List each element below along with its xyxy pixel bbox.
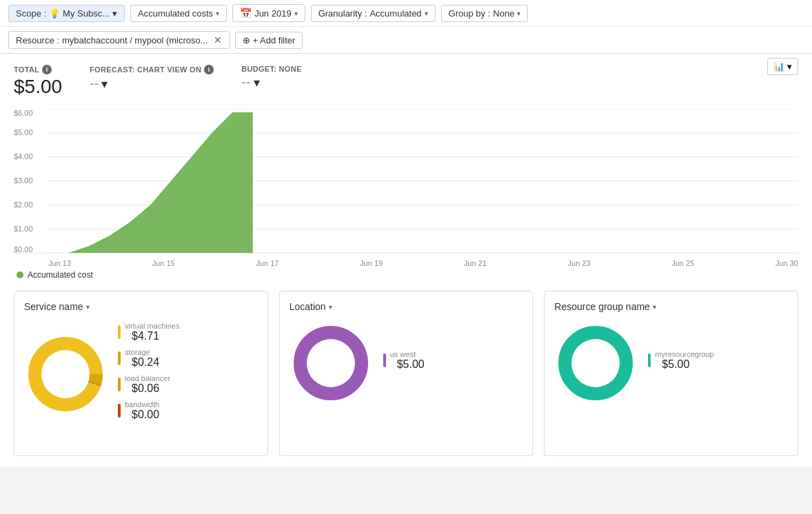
y-axis: $6.00 $5.00 $4.00 $3.00 $2.00 $1.00 $0.0…	[14, 109, 47, 253]
chart-svg	[48, 109, 798, 253]
groupby-label: Group by :	[449, 8, 491, 19]
y-label-4: $4.00	[14, 152, 33, 161]
location-title: Location	[290, 301, 326, 312]
scope-button[interactable]: Scope : 💡 My Subsc... ▾	[8, 5, 125, 22]
service-name-chevron[interactable]: ▾	[86, 303, 90, 311]
uswest-swatch	[383, 353, 386, 367]
scope-chevron: ▾	[112, 8, 117, 19]
cards-row: Service name ▾	[14, 291, 798, 456]
chart-area: $6.00 $5.00 $4.00 $3.00 $2.00 $1.00 $0.0…	[14, 109, 798, 254]
uswest-name: us west	[390, 350, 425, 358]
legend-row: Accumulated cost	[14, 270, 798, 280]
resource-group-body: myresourcegroup $5.00	[554, 322, 788, 404]
budget-summary: BUDGET: NONE -- ▾	[241, 65, 301, 90]
date-value: Jun 2019	[254, 8, 292, 19]
lb-swatch	[118, 378, 121, 391]
forecast-summary: FORECAST: CHART VIEW ON i -- ▾	[90, 65, 214, 92]
legend-label: Accumulated cost	[28, 270, 93, 280]
x-label-jun21: Jun 21	[464, 259, 487, 267]
x-label-jun30: Jun 30	[775, 259, 798, 267]
service-name-donut-svg	[24, 333, 107, 415]
service-name-donut	[24, 333, 107, 415]
granularity-value: Accumulated	[369, 8, 421, 19]
resource-group-chevron[interactable]: ▾	[653, 303, 656, 311]
scope-icon: 💡	[49, 8, 60, 19]
service-name-card: Service name ▾	[14, 291, 268, 456]
accumulated-costs-button[interactable]: Accumulated costs ▾	[130, 5, 227, 22]
add-filter-icon: ⊕	[243, 35, 250, 45]
add-filter-button[interactable]: ⊕ + Add filter	[235, 32, 303, 49]
location-chevron[interactable]: ▾	[329, 303, 332, 311]
date-chevron: ▾	[294, 10, 298, 17]
y-label-0: $0.00	[14, 245, 33, 254]
accumulated-chevron: ▾	[216, 10, 219, 17]
x-label-jun17: Jun 17	[256, 259, 278, 267]
resource-group-card: Resource group name ▾ myresourceg	[544, 291, 798, 456]
granularity-button[interactable]: Granularity : Accumulated ▾	[311, 5, 436, 22]
resource-group-donut-svg	[554, 322, 637, 404]
myrg-swatch	[648, 353, 651, 367]
total-summary: TOTAL i $5.00	[14, 65, 62, 98]
total-label: TOTAL i	[14, 65, 62, 74]
total-info-icon[interactable]: i	[42, 65, 52, 74]
lb-name: load balancer	[125, 374, 170, 382]
resource-group-header: Resource group name ▾	[554, 301, 788, 312]
location-donut	[290, 322, 372, 404]
storage-swatch	[118, 351, 121, 365]
forecast-chevron: ▾	[101, 76, 108, 92]
y-label-2: $2.00	[14, 201, 33, 209]
service-name-legend: virtual machines $4.71 storage $0.24	[118, 322, 258, 426]
vm-name: virtual machines	[125, 322, 179, 330]
myrg-name: myresourcegroup	[655, 350, 714, 358]
y-label-5: $5.00	[14, 128, 33, 136]
budget-label: BUDGET: NONE	[241, 65, 301, 73]
svg-point-14	[307, 339, 355, 387]
y-label-1: $1.00	[14, 225, 33, 233]
groupby-button[interactable]: Group by : None ▾	[441, 5, 529, 22]
location-donut-svg	[290, 322, 372, 404]
vm-value: $4.71	[132, 330, 179, 342]
export-button[interactable]: 📊 ▾	[767, 58, 798, 75]
x-label-jun19: Jun 19	[360, 259, 383, 267]
granularity-label: Granularity :	[318, 8, 367, 19]
export-icon: 📊	[773, 61, 784, 72]
legend-item-bw: bandwidth $0.00	[118, 400, 258, 421]
storage-name: storage	[125, 348, 159, 356]
groupby-chevron: ▾	[517, 10, 520, 17]
top-bar: Scope : 💡 My Subsc... ▾ Accumulated cost…	[0, 0, 812, 54]
service-name-body: virtual machines $4.71 storage $0.24	[24, 322, 258, 426]
legend-item-uswest: us west $5.00	[383, 350, 523, 371]
summary-row: TOTAL i $5.00 FORECAST: CHART VIEW ON i …	[14, 65, 798, 98]
forecast-info-icon[interactable]: i	[204, 65, 214, 74]
legend-item-vm: virtual machines $4.71	[118, 322, 258, 342]
export-chevron: ▾	[787, 61, 792, 72]
legend-item-storage: storage $0.24	[118, 348, 258, 369]
location-card: Location ▾ us west	[279, 291, 534, 456]
y-label-3: $3.00	[14, 176, 33, 185]
scope-value: My Subsc...	[63, 8, 110, 19]
forecast-value: -- ▾	[90, 76, 214, 92]
svg-point-16	[571, 339, 620, 387]
resource-close-button[interactable]: ✕	[214, 34, 222, 45]
bw-swatch	[118, 404, 121, 418]
location-legend: us west $5.00	[383, 350, 523, 376]
x-label-jun13: Jun 13	[48, 259, 71, 267]
main-content: 📊 ▾ TOTAL i $5.00 FORECAST: CHART VIEW O…	[0, 54, 812, 467]
legend-item-myrg: myresourcegroup $5.00	[648, 350, 788, 371]
bw-value: $0.00	[132, 409, 159, 421]
granularity-chevron: ▾	[425, 10, 428, 17]
groupby-value: None	[493, 8, 514, 19]
budget-value: -- ▾	[241, 74, 301, 90]
add-filter-label: + Add filter	[253, 35, 296, 45]
resource-group-title: Resource group name	[554, 301, 650, 312]
service-name-header: Service name ▾	[24, 301, 258, 312]
calendar-icon: 📅	[240, 8, 252, 19]
y-label-6: $6.00	[14, 109, 33, 117]
date-button[interactable]: 📅 Jun 2019 ▾	[232, 4, 305, 22]
legend-item-lb: load balancer $0.06	[118, 374, 258, 395]
location-header: Location ▾	[290, 301, 523, 312]
bw-name: bandwidth	[125, 400, 159, 409]
location-body: us west $5.00	[290, 322, 523, 404]
top-bar-row1: Scope : 💡 My Subsc... ▾ Accumulated cost…	[0, 0, 812, 27]
resource-label: Resource :	[16, 35, 59, 45]
